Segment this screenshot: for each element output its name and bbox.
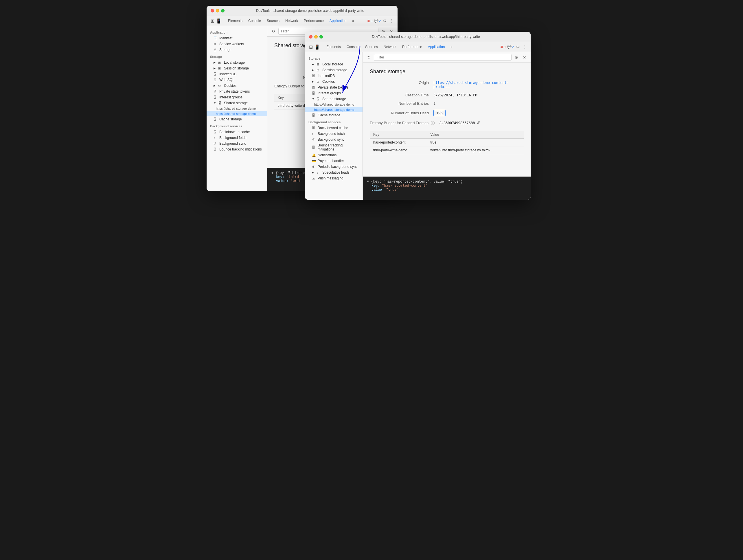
- websql-icon-1: 🗄: [214, 78, 218, 82]
- expand-session-2: ▶: [312, 69, 315, 72]
- maximize-button-1[interactable]: [221, 9, 224, 12]
- tab-more-1[interactable]: »: [350, 18, 357, 24]
- traffic-lights-2[interactable]: [309, 35, 323, 39]
- tab-application-2[interactable]: Application: [425, 44, 448, 50]
- bgsync-icon-2: ↺: [312, 138, 316, 141]
- more-icon-1[interactable]: ⋮: [389, 18, 395, 24]
- sidebar-item-notifications-2[interactable]: 🔔 Notifications: [305, 152, 362, 158]
- sidebar-item-shared-url-1a[interactable]: https://shared-storage-demo-: [207, 106, 267, 111]
- devtools-icon-2[interactable]: ⊞: [308, 44, 314, 50]
- sidebar-item-interest-2[interactable]: 🗄 Interest groups: [305, 90, 362, 96]
- table-row-2a[interactable]: has-reported-content true: [370, 139, 524, 146]
- sidebar-item-bounce-2[interactable]: 🗄 Bounce tracking mitigations: [305, 142, 362, 152]
- filter-input-2[interactable]: [374, 54, 512, 61]
- tab-elements-2[interactable]: Elements: [323, 44, 344, 50]
- minimize-button-2[interactable]: [314, 35, 318, 39]
- tab-application-1[interactable]: Application: [326, 18, 350, 24]
- tab-sources-2[interactable]: Sources: [362, 44, 381, 50]
- entropy-label-2: Entropy Budget for Fenced Frames i: [370, 121, 439, 125]
- sidebar-item-bgsync-1[interactable]: ↺ Background sync: [207, 141, 267, 146]
- sidebar-item-local-2[interactable]: ▶ ⊞ Local storage: [305, 61, 362, 67]
- info-badge-1[interactable]: 💬 2: [374, 19, 381, 23]
- bytes-label-2: Number of Bytes Used: [370, 111, 433, 115]
- sidebar-item-manifest-1[interactable]: 📄 Manifest: [207, 35, 267, 41]
- entropy-reset-2[interactable]: ↺: [477, 120, 480, 125]
- error-badge-2[interactable]: ⊗ 1: [500, 45, 506, 49]
- sidebar-item-indexeddb-1[interactable]: 🗄 IndexedDB: [207, 71, 267, 77]
- devtools-icon-1[interactable]: ⊞: [210, 18, 215, 24]
- expand-shared-1: ▼: [214, 101, 216, 104]
- settings-icon-1[interactable]: ⚙: [382, 18, 388, 24]
- tab-console-1[interactable]: Console: [245, 18, 264, 24]
- settings-icon-2[interactable]: ⚙: [515, 44, 521, 50]
- mobile-icon-1[interactable]: 📱: [216, 18, 222, 24]
- sidebar-item-local-storage-1[interactable]: ▶ ⊞ Local storage: [207, 59, 267, 66]
- tab-performance-2[interactable]: Performance: [399, 44, 425, 50]
- info-row-entries-2: Number of Entries 2: [370, 101, 524, 105]
- sidebar-item-url-2b[interactable]: https://shared-storage-demo-: [305, 107, 362, 112]
- sidebar-item-shared-2[interactable]: ▼ 🗄 Shared storage: [305, 96, 362, 102]
- cell-value-2a: true: [427, 139, 524, 146]
- sidebar-item-payment-2[interactable]: 💳 Payment handler: [305, 158, 362, 164]
- sidebar-item-shared-storage-1[interactable]: ▼ 🗄 Shared storage: [207, 100, 267, 106]
- col-key-2: Key: [370, 131, 427, 139]
- refresh-btn-2[interactable]: ↻: [366, 54, 372, 60]
- sidebar-item-private-2[interactable]: 🗄 Private state tokens: [305, 85, 362, 90]
- info-badge-2[interactable]: 💬 2: [507, 45, 514, 49]
- toolbar-1: ⊞ 📱 Elements Console Sources Network Per…: [207, 16, 398, 26]
- clear-filter-btn-2[interactable]: ⊘: [513, 54, 520, 60]
- tab-performance-1[interactable]: Performance: [301, 18, 326, 24]
- more-icon-2[interactable]: ⋮: [522, 44, 528, 50]
- sidebar-item-bgfetch-2[interactable]: ↕ Background fetch: [305, 131, 362, 137]
- sidebar-item-websql-1[interactable]: 🗄 Web SQL: [207, 77, 267, 83]
- sidebar-item-session-2[interactable]: ▶ ⊞ Session storage: [305, 67, 362, 73]
- sidebar-item-interest-1[interactable]: 🗄 Interest groups: [207, 94, 267, 100]
- creation-label-2: Creation Time: [370, 93, 433, 97]
- tab-network-2[interactable]: Network: [381, 44, 399, 50]
- entries-label-2: Number of Entries: [370, 101, 433, 105]
- col-value-2: Value: [427, 131, 524, 139]
- cell-value-2b: written into third-party storage by thir…: [427, 146, 524, 154]
- entropy-info-icon-2[interactable]: i: [431, 121, 435, 125]
- sidebar-item-shared-url-1b[interactable]: https://shared-storage-demo-: [207, 111, 267, 116]
- tab-elements-1[interactable]: Elements: [225, 18, 245, 24]
- tab-sources-1[interactable]: Sources: [264, 18, 282, 24]
- minimize-button-1[interactable]: [216, 9, 219, 12]
- sidebar-item-session-storage-1[interactable]: ▶ ⊞ Session storage: [207, 66, 267, 71]
- sidebar-item-service-workers-1[interactable]: ⚙ Service workers: [207, 41, 267, 47]
- table-row-2b[interactable]: third-party-write-demo written into thir…: [370, 146, 524, 154]
- tab-network-1[interactable]: Network: [282, 18, 301, 24]
- sidebar-item-cache-1[interactable]: 🗄 Cache storage: [207, 116, 267, 122]
- sidebar-item-cache-2[interactable]: 🗄 Cache storage: [305, 112, 362, 118]
- sidebar-item-bgsync-2[interactable]: ↺ Background sync: [305, 137, 362, 142]
- close-button-2[interactable]: [309, 35, 312, 39]
- sidebar-item-cookies-1[interactable]: ▶ ⊙ Cookies: [207, 83, 267, 89]
- bfcache-icon-2: 🗄: [312, 126, 316, 130]
- sidebar-item-private-state-1[interactable]: 🗄 Private state tokens: [207, 89, 267, 94]
- mobile-icon-2[interactable]: 📱: [314, 44, 320, 50]
- error-badge-1[interactable]: ⊗ 1: [367, 18, 373, 23]
- sidebar-item-url-2a[interactable]: https://shared-storage-demo-: [305, 102, 362, 107]
- sidebar-item-storage-1[interactable]: 🗄 Storage: [207, 47, 267, 53]
- sidebar-item-indexeddb-2[interactable]: 🗄 IndexedDB: [305, 73, 362, 79]
- sidebar-item-push-2[interactable]: ☁ Push messaging: [305, 175, 362, 181]
- expand-local-2: ▶: [312, 63, 315, 66]
- maximize-button-2[interactable]: [319, 35, 323, 39]
- close-filter-2[interactable]: ✕: [521, 54, 528, 60]
- sidebar-item-speculative-2[interactable]: ▶ ↕ Speculative loads: [305, 170, 362, 175]
- tab-more-2[interactable]: »: [448, 44, 456, 50]
- sidebar-1: Application 📄 Manifest ⚙ Service workers…: [207, 26, 267, 191]
- sidebar-item-bgfetch-1[interactable]: ↕ Background fetch: [207, 135, 267, 141]
- close-button-1[interactable]: [211, 9, 214, 12]
- traffic-lights-1[interactable]: [211, 9, 224, 12]
- sidebar-item-periodic-2[interactable]: ↺ Periodic background sync: [305, 164, 362, 170]
- refresh-btn-1[interactable]: ↻: [270, 28, 276, 35]
- private-icon-2: 🗄: [312, 86, 316, 89]
- sidebar-item-cookies-2[interactable]: ▶ ⊙ Cookies: [305, 79, 362, 85]
- sidebar-item-bounce-1[interactable]: 🗄 Bounce tracking mitigations: [207, 146, 267, 152]
- sidebar-item-bfcache-1[interactable]: 🗄 Back/forward cache: [207, 129, 267, 135]
- tab-console-2[interactable]: Console: [344, 44, 362, 50]
- sidebar-item-bfcache-2[interactable]: 🗄 Back/forward cache: [305, 125, 362, 131]
- devtools-window-2[interactable]: DevTools - shared-storage-demo-publisher…: [305, 32, 531, 200]
- devtools-body-2: Storage ▶ ⊞ Local storage ▶ ⊞ Session st…: [305, 52, 531, 200]
